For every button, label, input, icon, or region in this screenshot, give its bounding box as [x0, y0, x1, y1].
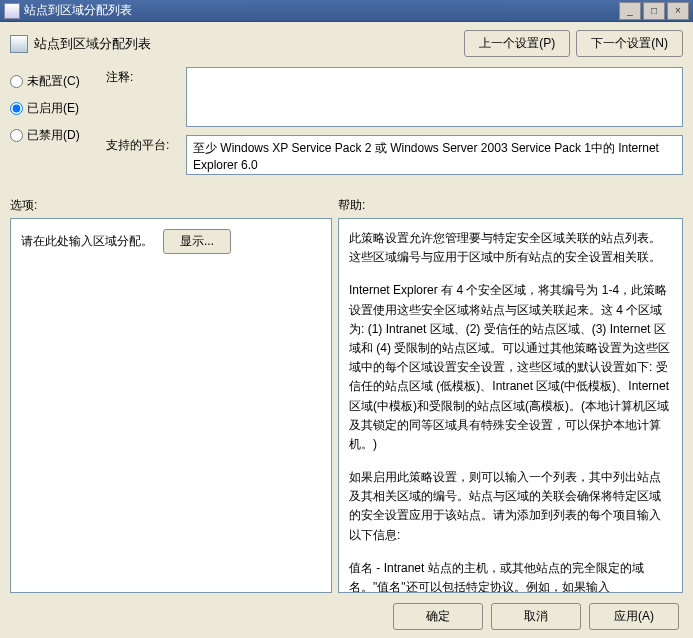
- radio-disabled-label: 已禁用(D): [27, 127, 80, 144]
- options-prompt: 请在此处输入区域分配。: [21, 232, 153, 251]
- options-label: 选项:: [10, 197, 338, 214]
- help-label: 帮助:: [338, 197, 365, 214]
- comment-label: 注释:: [106, 67, 186, 86]
- window-controls: _ □ ×: [619, 2, 689, 20]
- radio-not-configured-input[interactable]: [10, 75, 23, 88]
- help-panel: 此策略设置允许您管理要与特定安全区域关联的站点列表。这些区域编号与应用于区域中所…: [338, 218, 683, 593]
- radio-not-configured[interactable]: 未配置(C): [10, 73, 106, 90]
- help-paragraph: 此策略设置允许您管理要与特定安全区域关联的站点列表。这些区域编号与应用于区域中所…: [349, 229, 672, 267]
- section-labels: 选项: 帮助:: [10, 197, 683, 214]
- header-row: 站点到区域分配列表 上一个设置(P) 下一个设置(N): [10, 30, 683, 57]
- radio-disabled-input[interactable]: [10, 129, 23, 142]
- content-area: 站点到区域分配列表 上一个设置(P) 下一个设置(N) 未配置(C) 已启用(E…: [0, 22, 693, 638]
- apply-button[interactable]: 应用(A): [589, 603, 679, 630]
- dialog-footer: 确定 取消 应用(A): [10, 593, 683, 636]
- platform-label: 支持的平台:: [106, 135, 186, 154]
- next-setting-button[interactable]: 下一个设置(N): [576, 30, 683, 57]
- comment-textarea[interactable]: [186, 67, 683, 127]
- state-radio-group: 未配置(C) 已启用(E) 已禁用(D): [10, 67, 106, 144]
- config-row: 未配置(C) 已启用(E) 已禁用(D) 注释: 支持的平台: 至少 Windo…: [10, 67, 683, 175]
- ok-button[interactable]: 确定: [393, 603, 483, 630]
- options-panel: 请在此处输入区域分配。 显示...: [10, 218, 332, 593]
- window-title: 站点到区域分配列表: [24, 2, 619, 19]
- panels-row: 请在此处输入区域分配。 显示... 此策略设置允许您管理要与特定安全区域关联的站…: [10, 218, 683, 593]
- help-paragraph: Internet Explorer 有 4 个安全区域，将其编号为 1-4，此策…: [349, 281, 672, 454]
- window-titlebar: 站点到区域分配列表 _ □ ×: [0, 0, 693, 22]
- help-paragraph: 值名 - Intranet 站点的主机，或其他站点的完全限定的域名。"值名"还可…: [349, 559, 672, 593]
- cancel-button[interactable]: 取消: [491, 603, 581, 630]
- platform-text: 至少 Windows XP Service Pack 2 或 Windows S…: [193, 141, 659, 172]
- radio-not-configured-label: 未配置(C): [27, 73, 80, 90]
- help-paragraph: 如果启用此策略设置，则可以输入一个列表，其中列出站点及其相关区域的编号。站点与区…: [349, 468, 672, 545]
- app-icon: [4, 3, 20, 19]
- radio-enabled-label: 已启用(E): [27, 100, 79, 117]
- policy-icon: [10, 35, 28, 53]
- close-button[interactable]: ×: [667, 2, 689, 20]
- radio-disabled[interactable]: 已禁用(D): [10, 127, 106, 144]
- page-title: 站点到区域分配列表: [34, 35, 464, 53]
- minimize-button[interactable]: _: [619, 2, 641, 20]
- show-button[interactable]: 显示...: [163, 229, 231, 254]
- radio-enabled[interactable]: 已启用(E): [10, 100, 106, 117]
- platform-box: 至少 Windows XP Service Pack 2 或 Windows S…: [186, 135, 683, 175]
- radio-enabled-input[interactable]: [10, 102, 23, 115]
- prev-setting-button[interactable]: 上一个设置(P): [464, 30, 570, 57]
- maximize-button[interactable]: □: [643, 2, 665, 20]
